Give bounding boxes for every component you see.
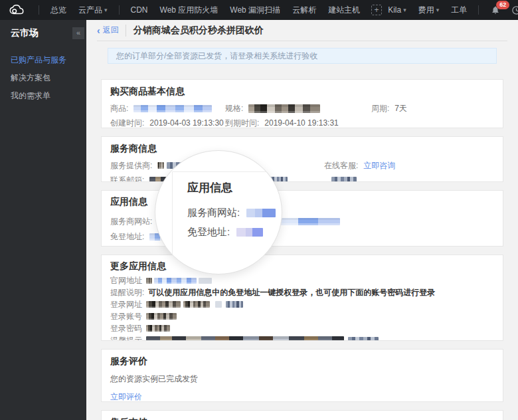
nav-item-user-menu[interactable]: Kila ▾: [388, 5, 406, 15]
period-label: 周期:: [371, 103, 389, 114]
nav-item-hosting[interactable]: 建站主机: [328, 5, 360, 16]
history-clock-button[interactable]: [511, 5, 518, 15]
provider-website-label: 服务商网站:: [110, 216, 152, 227]
redacted-official-site: [146, 278, 152, 284]
redacted-official-site: [154, 278, 197, 284]
magnified-website-label: 服务商网站:: [187, 207, 240, 219]
basic-row-2: 创建时间: 2019-04-03 19:13:30 到期时间: 2019-04-…: [110, 116, 494, 128]
provider-label: 服务提供商:: [110, 160, 152, 171]
magnified-sso-row: 免登地址:: [187, 226, 263, 239]
redacted-official-site: [199, 278, 212, 284]
redacted-tips: [146, 336, 344, 342]
nav-item-billing[interactable]: 费用 ▾: [418, 5, 440, 16]
sso-url-label: 免登地址:: [110, 231, 144, 243]
period-value: 7天: [394, 103, 407, 114]
cloud-logo-icon[interactable]: [0, 0, 33, 20]
chevron-down-icon: ▾: [403, 7, 406, 13]
sidebar: 云市场 « 已购产品与服务 解决方案包 我的需求单: [0, 20, 86, 420]
top-nav-right: Kila ▾ 费用 ▾ 工单 62 ?: [382, 0, 518, 20]
card-more-app-info: 更多应用信息 官网地址 提醒说明: 可以使用应用信息中的免登地址一键授权登录，也…: [101, 255, 503, 341]
product-label: 商品:: [110, 103, 128, 114]
redacted-tips: [348, 337, 379, 341]
shipped-notice-banner: 您的订单部分/全部资源已发货，请登录相关系统进行验收: [108, 48, 497, 64]
card-service-review: 服务评价 您的资源实例已完成发货 立即评价: [101, 349, 503, 402]
sidebar-item-solution-packages[interactable]: 解决方案包: [0, 69, 86, 87]
nav-item-ticket[interactable]: 工单: [451, 5, 467, 16]
breadcrumb: ‹ 返回 分销商城会员积分秒杀拼团砍价: [97, 20, 507, 41]
card-more-title: 更多应用信息: [110, 261, 494, 272]
sidebar-nav: 已购产品与服务 解决方案包 我的需求单: [0, 51, 86, 105]
login-url-label: 登录网址: [110, 299, 142, 310]
magnified-sso-label: 免登地址:: [187, 226, 230, 239]
card-basic-title: 购买商品基本信息: [110, 86, 494, 98]
sidebar-title: 云市场: [11, 27, 39, 39]
magnified-website-row: 服务商网站:: [187, 207, 276, 219]
nav-item-waf[interactable]: Web 应用防火墙: [160, 5, 218, 16]
top-nav-left: 总览 云产品 ▾ CDN Web 应用防火墙 Web 漏洞扫描 云解析 建站主机…: [0, 0, 382, 20]
banner-text: 您的订单部分/全部资源已发货，请登录相关系统进行验收: [116, 51, 317, 60]
review-now-link[interactable]: 立即评价: [110, 391, 142, 402]
spec-label: 规格:: [225, 103, 243, 114]
nav-overview-label: 总览: [50, 5, 66, 16]
nav-item-dns[interactable]: 云解析: [292, 5, 316, 16]
nav-item-cdn[interactable]: CDN: [131, 5, 148, 15]
cloud-logo-svg: [9, 5, 24, 15]
contact-email-label: 联系邮箱:: [110, 175, 144, 183]
consult-now-link[interactable]: 立即咨询: [363, 160, 395, 171]
notification-bell-button[interactable]: 62: [491, 5, 500, 15]
chevron-down-icon: ▾: [436, 7, 440, 13]
redacted-login-password: [146, 325, 170, 332]
redacted-product-name: [133, 105, 212, 112]
redacted-sso-url-zoomed: [236, 228, 263, 237]
redacted-login-account: [146, 313, 177, 320]
review-status-text: 您的资源实例已完成发货: [110, 373, 494, 385]
top-nav: 总览 云产品 ▾ CDN Web 应用防火墙 Web 漏洞扫描 云解析 建站主机…: [0, 0, 518, 20]
expire-time-label: 到期时间:: [225, 118, 259, 129]
more-row-tips: 温馨提示: [110, 334, 494, 341]
redacted-provider-name: [157, 162, 164, 169]
more-row-password: 登录密码: [110, 322, 494, 334]
nav-products-label: 云产品: [78, 5, 102, 16]
redacted-login-url: [226, 301, 243, 308]
sidebar-collapse-button[interactable]: «: [72, 27, 84, 39]
card-support-title: 售后支持: [110, 417, 494, 420]
provider-row-1: 服务提供商: 在线客服: 立即咨询: [110, 158, 494, 173]
user-name-label: Kila: [388, 5, 401, 15]
redacted-provider-website-zoomed: [246, 209, 276, 217]
redacted-login-url: [215, 301, 222, 308]
nav-item-vuln-scan[interactable]: Web 漏洞扫描: [230, 5, 280, 16]
magnified-card-top-border: [172, 171, 282, 172]
more-row-login-url: 登录网址: [110, 298, 494, 310]
redacted-login-url: [146, 301, 181, 308]
online-support-label: 在线客服:: [324, 160, 358, 171]
back-chevron-icon: ‹: [97, 26, 100, 35]
card-provider-info: 服务商信息 服务提供商: 在线客服: 立即咨询 联系邮箱:: [101, 136, 503, 182]
nav-divider: [478, 5, 479, 15]
note-label: 提醒说明:: [110, 287, 144, 298]
nav-item-products[interactable]: 云产品 ▾: [78, 5, 108, 16]
back-link[interactable]: 返回: [103, 25, 119, 36]
created-time-label: 创建时间:: [110, 118, 144, 129]
sidebar-item-purchased-products[interactable]: 已购产品与服务: [0, 51, 86, 69]
redacted-email: [331, 177, 357, 182]
login-password-label: 登录密码: [110, 323, 142, 334]
redacted-login-url: [183, 301, 210, 308]
nav-divider: [119, 5, 120, 15]
main-content: ‹ 返回 分销商城会员积分秒杀拼团砍价 您的订单部分/全部资源已发货，请登录相关…: [86, 20, 518, 420]
add-shortcut-button[interactable]: +: [371, 5, 382, 15]
expire-time-value: 2019-04-10 19:13:31: [264, 118, 338, 128]
card-after-sales-support: 售后支持: [101, 410, 503, 420]
sidebar-item-my-requests[interactable]: 我的需求单: [0, 87, 86, 105]
notification-count-badge: 62: [496, 1, 509, 9]
clock-icon: [511, 5, 518, 15]
created-time-value: 2019-04-03 19:13:30: [149, 118, 223, 128]
basic-row-1: 商品: 规格: 周期: 7天: [110, 101, 494, 116]
sidebar-header: 云市场 «: [0, 20, 86, 47]
nav-divider: [39, 5, 39, 15]
magnifier-zoom-circle: 应用信息 服务商网站: 免登地址:: [155, 150, 282, 274]
page-title: 分销商城会员积分秒杀拼团砍价: [126, 25, 264, 37]
redacted-spec-value: [248, 104, 320, 113]
more-row-account: 登录账号: [110, 310, 494, 322]
more-row-site: 官网地址: [110, 274, 494, 286]
nav-item-overview[interactable]: 总览: [50, 5, 66, 16]
